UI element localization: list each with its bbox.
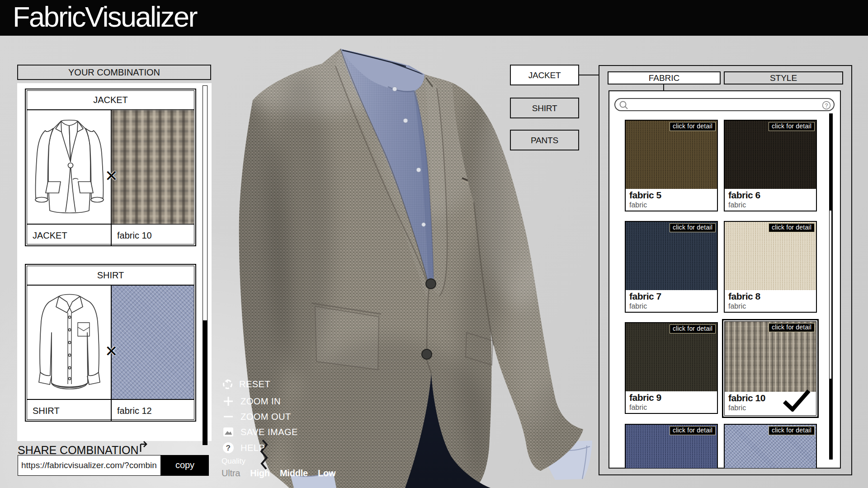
svg-text:?: ? (226, 444, 231, 452)
